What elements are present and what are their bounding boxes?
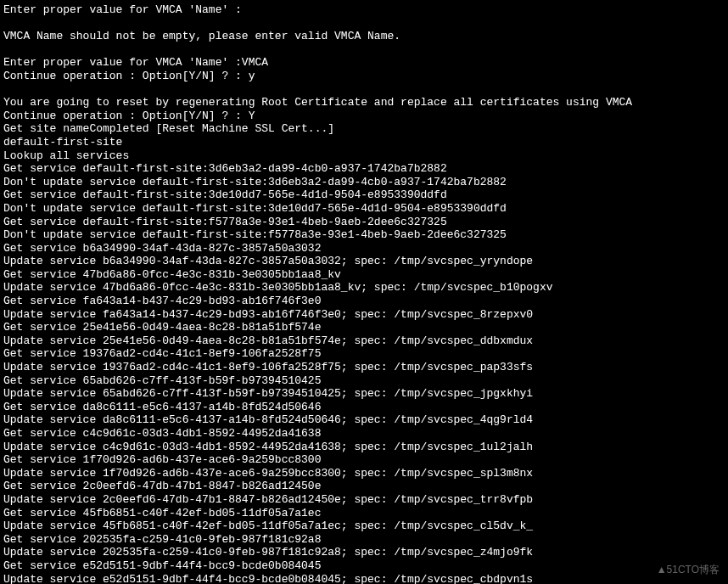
terminal-line: Get service default-first-site:f5778a3e-… (3, 216, 725, 229)
terminal-line: Update service 45fb6851-c40f-42ef-bd05-1… (3, 519, 725, 533)
terminal-line: Get service e52d5151-9dbf-44f4-bcc9-bcde… (3, 559, 725, 573)
terminal-line: Update service 2c0eefd6-47db-47b1-8847-b… (3, 493, 725, 507)
terminal-line: Get service 25e41e56-0d49-4aea-8c28-b81a… (3, 321, 725, 334)
terminal-line: Get service 2c0eefd6-47db-47b1-8847-b826… (3, 480, 725, 493)
terminal-line (3, 17, 725, 31)
terminal-line: default-first-site (3, 136, 725, 149)
terminal-line: Get service 1f70d926-ad6b-437e-ace6-9a25… (3, 453, 725, 467)
terminal-line: Get service fa643a14-b437-4c29-bd93-ab16… (3, 295, 725, 308)
terminal-line: You are going to reset by regenerating R… (3, 96, 725, 110)
terminal-line: Update service 19376ad2-cd4c-41c1-8ef9-1… (3, 361, 725, 374)
terminal-line: Update service c4c9d61c-03d3-4db1-8592-4… (3, 441, 725, 454)
terminal-line (3, 83, 725, 97)
terminal-line: Get service 65abd626-c7ff-413f-b59f-b973… (3, 374, 725, 388)
terminal-line: Get service c4c9d61c-03d3-4db1-8592-4495… (3, 427, 725, 441)
terminal-line: Continue operation : Option[Y/N] ? : y (3, 70, 725, 83)
terminal-line: Get service default-first-site:3de10dd7-… (3, 188, 725, 202)
terminal-line: Update service e52d5151-9dbf-44f4-bcc9-b… (3, 573, 725, 584)
terminal-line: Update service 25e41e56-0d49-4aea-8c28-b… (3, 334, 725, 348)
terminal-line: Get service 202535fa-c259-41c0-9feb-987f… (3, 533, 725, 547)
terminal-line: Lookup all services (3, 149, 725, 163)
watermark-text: ▲51CTO博客 (657, 564, 720, 576)
terminal-line: Update service 65abd626-c7ff-413f-b59f-b… (3, 387, 725, 401)
terminal-line: Get service 47bd6a86-0fcc-4e3c-831b-3e03… (3, 268, 725, 282)
terminal-line: Update service fa643a14-b437-4c29-bd93-a… (3, 308, 725, 322)
terminal-line: Update service b6a34990-34af-43da-827c-3… (3, 255, 725, 268)
terminal-line: Update service 202535fa-c259-41c0-9feb-9… (3, 546, 725, 559)
terminal-line: Update service 1f70d926-ad6b-437e-ace6-9… (3, 467, 725, 480)
terminal-line: Get service 45fb6851-c40f-42ef-bd05-11df… (3, 507, 725, 520)
terminal-line: Continue operation : Option[Y/N] ? : Y (3, 110, 725, 123)
terminal-line: Don't update service default-first-site:… (3, 228, 725, 242)
terminal-line: Update service 47bd6a86-0fcc-4e3c-831b-3… (3, 281, 725, 295)
terminal-line: Get service 19376ad2-cd4c-41c1-8ef9-106f… (3, 347, 725, 361)
terminal-line: Get service default-first-site:3d6eb3a2-… (3, 162, 725, 176)
terminal-line (3, 43, 725, 57)
terminal-line: Update service da8c6111-e5c6-4137-a14b-8… (3, 413, 725, 427)
terminal-line: Don't update service default-first-site:… (3, 176, 725, 189)
terminal-line: VMCA Name should not be empty, please en… (3, 30, 725, 43)
terminal-line: Get service da8c6111-e5c6-4137-a14b-8fd5… (3, 401, 725, 414)
terminal-line: Enter proper value for VMCA 'Name' :VMCA (3, 56, 725, 70)
terminal-line: Get site nameCompleted [Reset Machine SS… (3, 122, 725, 136)
terminal-output[interactable]: Enter proper value for VMCA 'Name' :VMCA… (3, 3, 725, 584)
terminal-line: Don't update service default-first-site:… (3, 202, 725, 216)
terminal-line: Get service b6a34990-34af-43da-827c-3857… (3, 242, 725, 256)
terminal-line: Enter proper value for VMCA 'Name' : (3, 3, 725, 17)
